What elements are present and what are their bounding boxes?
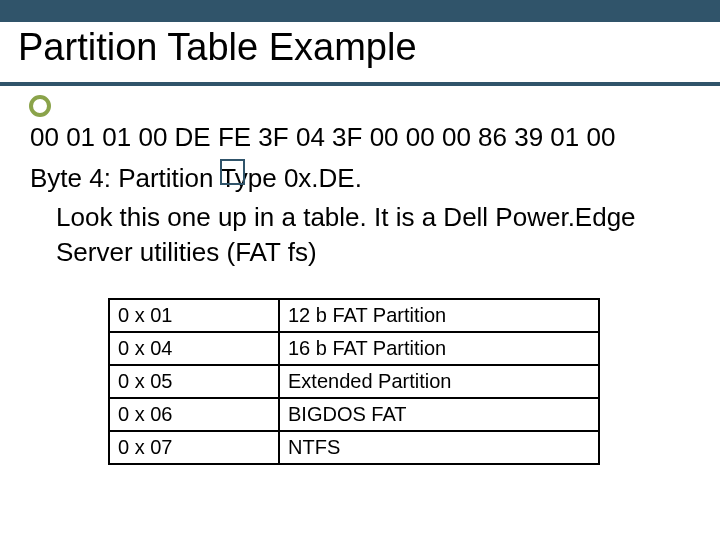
type-code: 0 x 01 — [109, 299, 279, 332]
lookup-text: Look this one up in a table. It is a Del… — [56, 200, 686, 270]
table-row: 0 x 04 16 b FAT Partition — [109, 332, 599, 365]
type-desc: 12 b FAT Partition — [279, 299, 599, 332]
type-desc: NTFS — [279, 431, 599, 464]
slide-title: Partition Table Example — [18, 26, 417, 69]
type-code: 0 x 05 — [109, 365, 279, 398]
type-desc: Extended Partition — [279, 365, 599, 398]
type-desc: 16 b FAT Partition — [279, 332, 599, 365]
bullet-dot-icon — [29, 95, 51, 117]
type-code: 0 x 07 — [109, 431, 279, 464]
byte-description-text: Byte 4: Partition Type 0x.DE. — [30, 163, 362, 193]
accent-bar — [0, 0, 720, 22]
content-area: 00 01 01 00 DE FE 3F 04 3F 00 00 00 86 3… — [30, 120, 700, 270]
type-code: 0 x 06 — [109, 398, 279, 431]
type-code: 0 x 04 — [109, 332, 279, 365]
byte-description-line: Byte 4: Partition Type 0x.DE. — [30, 161, 700, 196]
title-underline — [0, 82, 720, 86]
table-row: 0 x 01 12 b FAT Partition — [109, 299, 599, 332]
hex-bytes-line: 00 01 01 00 DE FE 3F 04 3F 00 00 00 86 3… — [30, 120, 700, 155]
table-row: 0 x 05 Extended Partition — [109, 365, 599, 398]
table-row: 0 x 07 NTFS — [109, 431, 599, 464]
table-row: 0 x 06 BIGDOS FAT — [109, 398, 599, 431]
type-desc: BIGDOS FAT — [279, 398, 599, 431]
slide: Partition Table Example 00 01 01 00 DE F… — [0, 0, 720, 540]
partition-type-table: 0 x 01 12 b FAT Partition 0 x 04 16 b FA… — [108, 298, 600, 465]
